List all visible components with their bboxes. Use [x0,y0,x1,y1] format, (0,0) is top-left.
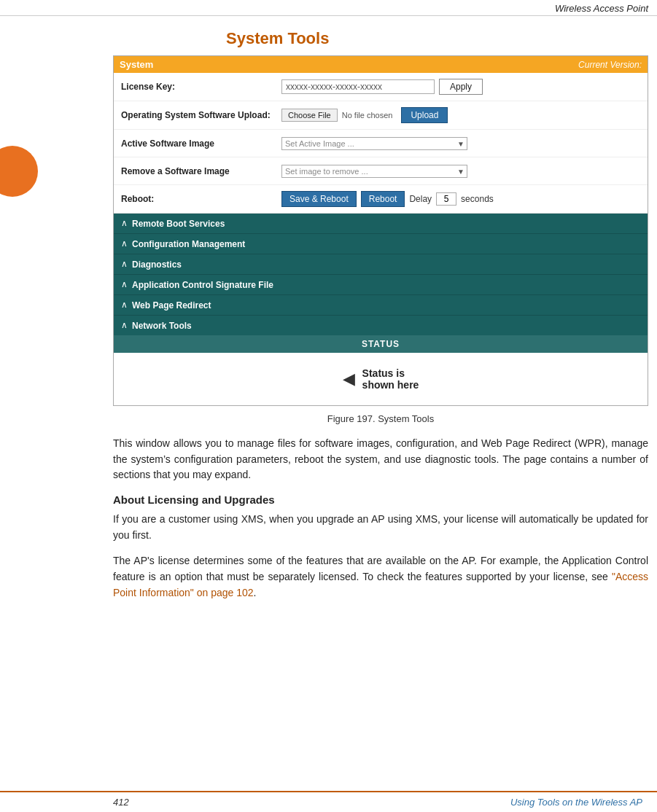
footer-page-number: 412 [113,797,129,808]
header-title: Wireless Access Point [555,3,648,14]
collapse-chevron-icon: ∧ [121,259,128,270]
collapse-sections: ∧ Remote Boot Services ∧ Configuration M… [114,214,648,335]
collapse-remote-boot[interactable]: ∧ Remote Boot Services [114,214,648,234]
active-image-select[interactable]: Set Active Image ... [281,137,467,150]
collapse-app-control[interactable]: ∧ Application Control Signature File [114,275,648,295]
status-arrow-icon: ◀ [343,370,355,389]
status-text-line1: Status is [362,367,405,379]
collapse-config-mgmt-label: Configuration Management [132,239,245,249]
upload-button[interactable]: Upload [401,107,448,123]
header-bar: Wireless Access Point [0,0,657,16]
active-image-dropdown-wrapper: Set Active Image ... ▼ [281,137,467,150]
reboot-label: Reboot: [121,194,281,204]
table-header-left: System [120,59,153,70]
collapse-app-control-label: Application Control Signature File [132,280,273,290]
license-key-label: License Key: [121,82,281,92]
active-image-row: Active Software Image Set Active Image .… [114,130,648,157]
page-title: System Tools [113,16,648,55]
choose-file-button[interactable]: Choose File [281,109,338,122]
status-text: Status is shown here [362,367,419,391]
no-file-text: No file chosen [342,111,393,120]
collapse-web-redirect[interactable]: ∧ Web Page Redirect [114,295,648,316]
os-upload-row: Operating System Software Upload: Choose… [114,101,648,130]
active-image-label: Active Software Image [121,138,281,149]
collapse-network-tools-label: Network Tools [132,321,192,331]
status-text-line2: shown here [362,379,419,391]
active-image-controls: Set Active Image ... ▼ [281,137,640,150]
remove-image-row: Remove a Software Image Set image to rem… [114,157,648,185]
body-paragraph-1: This window allows you to manage files f… [113,436,648,483]
status-header: STATUS [114,335,648,353]
form-section: License Key: Apply Operating System Soft… [114,73,648,214]
remove-image-label: Remove a Software Image [121,166,281,176]
remove-image-dropdown-wrapper: Set image to remove ... ▼ [281,165,467,178]
footer-section-title: Using Tools on the Wireless AP [510,797,642,808]
delay-label: Delay [409,194,432,204]
collapse-config-mgmt[interactable]: ∧ Configuration Management [114,234,648,254]
collapse-diagnostics-label: Diagnostics [132,259,182,270]
os-upload-label: Operating System Software Upload: [121,110,281,120]
license-key-controls: Apply [281,79,640,95]
reboot-controls: Save & Reboot Reboot Delay seconds [281,191,640,207]
collapse-chevron-icon: ∧ [121,279,128,290]
reboot-row: Reboot: Save & Reboot Reboot Delay secon… [114,185,648,213]
figure-caption: Figure 197. System Tools [113,413,648,424]
remove-image-select[interactable]: Set image to remove ... [281,165,467,178]
body-paragraph-3: The AP's license determines some of the … [113,553,648,601]
status-body: ◀ Status is shown here [114,353,648,405]
reboot-button[interactable]: Reboot [361,191,405,207]
delay-input[interactable] [436,192,456,206]
collapse-chevron-icon: ∧ [121,218,128,229]
table-header: System Current Version: [114,56,648,73]
os-upload-controls: Choose File No file chosen Upload [281,107,640,123]
body-paragraph-2: If you are a customer using XMS, when yo… [113,512,648,543]
seconds-label: seconds [461,194,494,204]
footer-bar: 412 Using Tools on the Wireless AP [0,791,657,812]
remove-image-controls: Set image to remove ... ▼ [281,165,640,178]
collapse-chevron-icon: ∧ [121,300,128,311]
table-header-right: Current Version: [578,60,642,70]
collapse-diagnostics[interactable]: ∧ Diagnostics [114,254,648,275]
save-reboot-button[interactable]: Save & Reboot [281,191,357,207]
collapse-network-tools[interactable]: ∧ Network Tools [114,316,648,335]
screenshot-box: System Current Version: License Key: App… [113,55,648,406]
collapse-remote-boot-label: Remote Boot Services [132,219,225,229]
collapse-chevron-icon: ∧ [121,320,128,331]
license-key-input[interactable] [281,79,435,94]
about-licensing-heading: About Licensing and Upgrades [113,493,648,506]
collapse-chevron-icon: ∧ [121,238,128,249]
access-point-info-link[interactable]: "Access Point Information" on page 102 [113,571,648,598]
license-key-row: License Key: Apply [114,73,648,101]
collapse-web-redirect-label: Web Page Redirect [132,300,211,311]
apply-button[interactable]: Apply [439,79,483,95]
